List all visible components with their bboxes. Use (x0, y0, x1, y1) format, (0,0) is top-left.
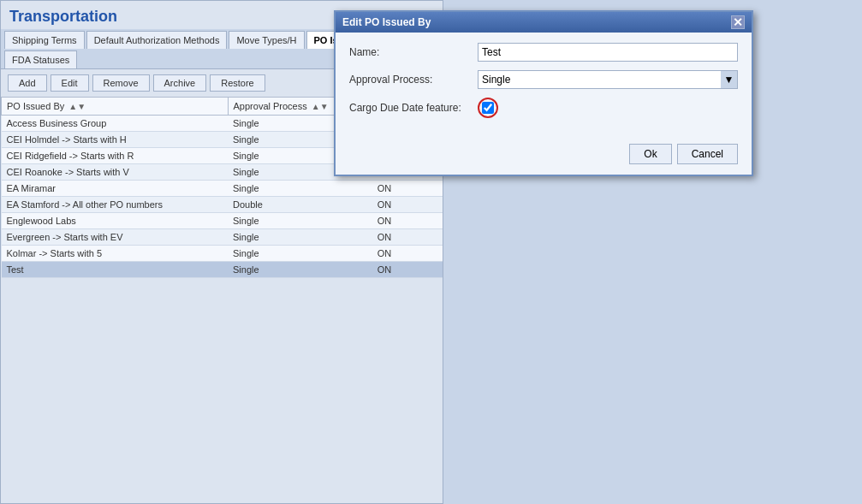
cell-approval-process: Double (228, 197, 372, 213)
edit-dialog: Edit PO Issued By ✕ Name: Approval Proce… (334, 10, 753, 176)
cell-cargo-due: ON (372, 246, 443, 262)
cargo-due-label: Cargo Due Date feature: (349, 102, 478, 114)
cell-approval-process: Single (228, 262, 372, 278)
name-row: Name: (349, 43, 738, 62)
table-row[interactable]: Evergreen -> Starts with EVSingleON (2, 229, 443, 246)
cell-approval-process: Single (228, 246, 372, 262)
cell-po-issued-by: CEI Ridgefield -> Starts with R (2, 148, 229, 164)
restore-button[interactable]: Restore (210, 74, 265, 92)
cancel-button[interactable]: Cancel (677, 144, 738, 164)
table-row[interactable]: TestSingleON (2, 262, 443, 278)
cell-po-issued-by: Test (2, 262, 229, 278)
approval-process-select-wrapper: Single Double ▼ (478, 70, 738, 89)
cell-po-issued-by: Kolmar -> Starts with 5 (2, 246, 229, 262)
approval-process-row: Approval Process: Single Double ▼ (349, 70, 738, 89)
cell-po-issued-by: Evergreen -> Starts with EV (2, 229, 229, 246)
tab-fda-statuses[interactable]: FDA Statuses (4, 50, 77, 68)
table-row[interactable]: Englewood LabsSingleON (2, 213, 443, 229)
cell-cargo-due: ON (372, 262, 443, 278)
cargo-due-checkbox[interactable] (482, 102, 494, 114)
cell-approval-process: Single (228, 181, 372, 197)
col-header-po-issued-by[interactable]: PO Issued By ▲▼ (2, 98, 229, 116)
dialog-body: Name: Approval Process: Single Double ▼ (336, 33, 752, 137)
tab-move-types[interactable]: Move Types/H (229, 31, 304, 49)
cell-po-issued-by: CEI Roanoke -> Starts with V (2, 164, 229, 181)
main-container: Transportation Shipping Terms Default Au… (0, 0, 862, 504)
tab-default-auth[interactable]: Default Authorization Methods (86, 31, 228, 49)
cell-po-issued-by: Englewood Labs (2, 213, 229, 229)
name-label: Name: (349, 46, 478, 58)
approval-process-select[interactable]: Single Double (478, 70, 738, 89)
dialog-footer: Ok Cancel (336, 137, 752, 175)
add-button[interactable]: Add (8, 74, 47, 92)
dialog-titlebar: Edit PO Issued By ✕ (336, 12, 752, 33)
dialog-close-button[interactable]: ✕ (731, 15, 745, 29)
archive-button[interactable]: Archive (153, 74, 207, 92)
table-row[interactable]: EA Stamford -> All other PO numbersDoubl… (2, 197, 443, 213)
cell-approval-process: Single (228, 229, 372, 246)
sort-icon-approval: ▲▼ (312, 102, 329, 111)
cell-cargo-due: ON (372, 229, 443, 246)
checkbox-highlight (478, 98, 498, 118)
sort-icon-po: ▲▼ (68, 102, 86, 111)
tab-shipping-terms[interactable]: Shipping Terms (4, 31, 85, 49)
table-row[interactable]: Kolmar -> Starts with 5SingleON (2, 246, 443, 262)
dialog-title: Edit PO Issued By (342, 16, 431, 28)
cell-po-issued-by: Access Business Group (2, 116, 229, 132)
edit-button[interactable]: Edit (51, 74, 89, 92)
cell-cargo-due: ON (372, 213, 443, 229)
cargo-due-row: Cargo Due Date feature: (349, 98, 738, 118)
cell-po-issued-by: EA Stamford -> All other PO numbers (2, 197, 229, 213)
remove-button[interactable]: Remove (92, 74, 150, 92)
table-row[interactable]: EA MiramarSingleON (2, 181, 443, 197)
ok-button[interactable]: Ok (629, 144, 671, 164)
cell-approval-process: Single (228, 213, 372, 229)
cell-cargo-due: ON (372, 197, 443, 213)
cell-cargo-due: ON (372, 181, 443, 197)
cargo-due-checkbox-wrapper (478, 98, 498, 118)
approval-process-label: Approval Process: (349, 74, 478, 86)
cell-po-issued-by: EA Miramar (2, 181, 229, 197)
cell-po-issued-by: CEI Holmdel -> Starts with H (2, 132, 229, 148)
name-input[interactable] (478, 43, 738, 62)
